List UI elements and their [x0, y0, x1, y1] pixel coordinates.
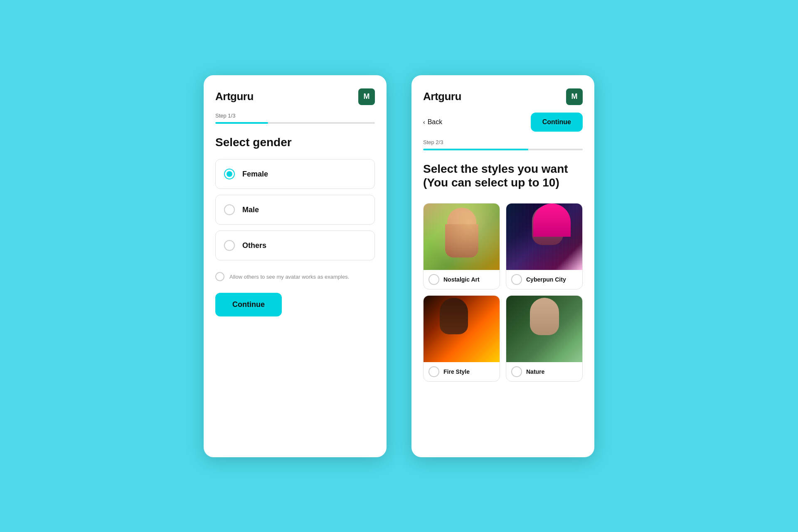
consent-text: Allow others to see my avatar works as e…: [229, 274, 349, 280]
style-grid: Nostalgic Art Cyberpun City Fire Style: [423, 203, 583, 382]
consent-row[interactable]: Allow others to see my avatar works as e…: [215, 272, 375, 281]
style-label-nature: Nature: [526, 368, 544, 375]
person-fire: [440, 298, 468, 334]
style-card-nostalgic[interactable]: Nostalgic Art: [423, 203, 500, 289]
style-label-row-nature: Nature: [506, 362, 582, 381]
screen1-card: Artguru M Step 1/3 Select gender Female …: [204, 75, 387, 457]
style-label-row-cyberpunk: Cyberpun City: [506, 270, 582, 289]
header: Artguru M: [215, 88, 375, 105]
progress-fill-2: [423, 149, 528, 150]
radio-fire[interactable]: [429, 366, 439, 377]
progress-fill: [215, 122, 268, 124]
radio-female[interactable]: [224, 169, 235, 179]
progress-track-2: [423, 149, 583, 150]
continue-button-2[interactable]: Continue: [531, 113, 583, 132]
option-female[interactable]: Female: [215, 159, 375, 189]
style-label-nostalgic: Nostalgic Art: [443, 276, 480, 283]
style-card-fire[interactable]: Fire Style: [423, 295, 500, 382]
style-card-cyberpunk[interactable]: Cyberpun City: [506, 203, 583, 289]
style-label-fire: Fire Style: [443, 368, 470, 375]
back-continue-row: ‹ Back Continue: [423, 113, 583, 132]
person-nostalgic: [447, 208, 476, 245]
page-title: Select gender: [215, 135, 375, 150]
continue-button[interactable]: Continue: [215, 293, 282, 316]
screen2-card: Artguru M ‹ Back Continue Step 2/3 Selec…: [411, 75, 594, 457]
step-label-2: Step 2/3: [423, 139, 583, 145]
option-others-label: Others: [242, 241, 266, 250]
style-label-row-fire: Fire Style: [424, 362, 500, 381]
style-image-fire: [424, 296, 500, 362]
back-label: Back: [428, 118, 443, 126]
page-title-2: Select the styles you want (You can sele…: [423, 162, 583, 190]
radio-others[interactable]: [224, 240, 235, 251]
style-image-cyberpunk: [506, 203, 582, 270]
gender-option-list: Female Male Others: [215, 159, 375, 260]
style-label-cyberpunk: Cyberpun City: [526, 276, 566, 283]
header2: Artguru M: [423, 88, 583, 105]
app-logo: Artguru: [215, 90, 254, 103]
option-female-label: Female: [242, 170, 268, 179]
option-male-label: Male: [242, 206, 259, 214]
avatar[interactable]: M: [358, 88, 375, 105]
radio-nostalgic[interactable]: [429, 274, 439, 285]
radio-male[interactable]: [224, 204, 235, 215]
style-image-nature: [506, 296, 582, 362]
option-others[interactable]: Others: [215, 230, 375, 260]
style-card-nature[interactable]: Nature: [506, 295, 583, 382]
person-nature: [530, 298, 559, 335]
radio-cyberpunk[interactable]: [511, 274, 522, 285]
avatar-2[interactable]: M: [566, 88, 583, 105]
consent-checkbox[interactable]: [215, 272, 224, 281]
app-logo-2: Artguru: [423, 90, 461, 103]
chevron-left-icon: ‹: [423, 119, 425, 125]
back-button[interactable]: ‹ Back: [423, 118, 442, 126]
hair-cyberpunk: [533, 203, 571, 237]
option-male[interactable]: Male: [215, 195, 375, 225]
style-label-row-nostalgic: Nostalgic Art: [424, 270, 500, 289]
step-label: Step 1/3: [215, 113, 375, 119]
radio-nature[interactable]: [511, 366, 522, 377]
style-image-nostalgic: [424, 203, 500, 270]
progress-track: [215, 122, 375, 124]
radio-female-fill: [227, 171, 232, 177]
